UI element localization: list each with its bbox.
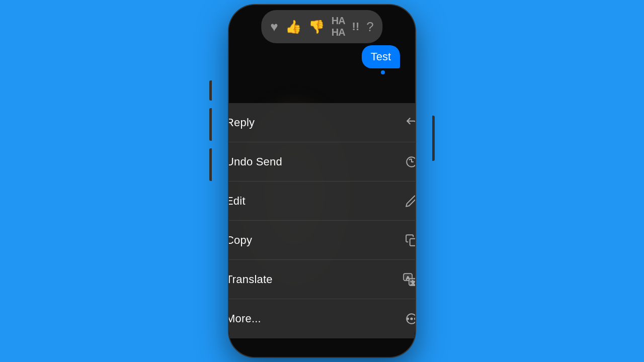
menu-item-reply[interactable]: Reply (229, 103, 415, 142)
more-icon (405, 312, 415, 325)
reaction-question-icon[interactable]: ? (366, 19, 373, 35)
message-area: Test (362, 45, 400, 68)
svg-text:文: 文 (411, 280, 415, 285)
svg-rect-1 (410, 238, 415, 245)
undo-send-icon (405, 155, 415, 168)
menu-label-reply: Reply (229, 116, 255, 129)
copy-icon (405, 234, 415, 247)
menu-item-undo-send[interactable]: Undo Send (229, 142, 415, 182)
menu-item-copy[interactable]: Copy (229, 221, 415, 260)
volume-up-button[interactable] (209, 108, 212, 141)
menu-item-more[interactable]: More... (229, 299, 415, 338)
svg-point-7 (411, 318, 412, 319)
message-bubble: Test (362, 45, 400, 68)
reaction-haha-icon[interactable]: HAHA (332, 15, 345, 38)
edit-icon (405, 195, 415, 208)
reaction-heart-icon[interactable]: ♥ (270, 19, 278, 35)
translate-icon: A 文 (403, 272, 415, 287)
mute-button[interactable] (209, 80, 212, 101)
reaction-thumbsup-icon[interactable]: 👍 (285, 19, 301, 35)
reply-icon (405, 116, 415, 129)
power-button[interactable] (432, 116, 435, 161)
menu-item-translate[interactable]: Translate A 文 (229, 260, 415, 299)
reaction-thumbsdown-icon[interactable]: 👎 (308, 19, 325, 35)
menu-label-edit: Edit (229, 195, 246, 208)
reaction-exclaim-icon[interactable]: !! (352, 20, 360, 33)
svg-point-0 (407, 157, 415, 167)
screen: ♥ 👍 👎 HAHA !! ? Test Reply (229, 5, 415, 357)
context-menu: Reply Undo Send (229, 103, 415, 338)
phone-frame: ♥ 👍 👎 HAHA !! ? Test Reply (216, 0, 428, 362)
menu-label-more: More... (229, 312, 261, 325)
message-tail-dot (381, 70, 385, 74)
reaction-bar[interactable]: ♥ 👍 👎 HAHA !! ? (261, 10, 382, 43)
menu-label-undo-send: Undo Send (229, 155, 282, 168)
menu-label-copy: Copy (229, 234, 252, 247)
menu-item-edit[interactable]: Edit (229, 182, 415, 221)
phone-body: ♥ 👍 👎 HAHA !! ? Test Reply (229, 5, 415, 357)
volume-down-button[interactable] (209, 148, 212, 181)
message-text: Test (371, 50, 391, 63)
menu-label-translate: Translate (229, 273, 273, 286)
svg-point-8 (415, 318, 415, 319)
